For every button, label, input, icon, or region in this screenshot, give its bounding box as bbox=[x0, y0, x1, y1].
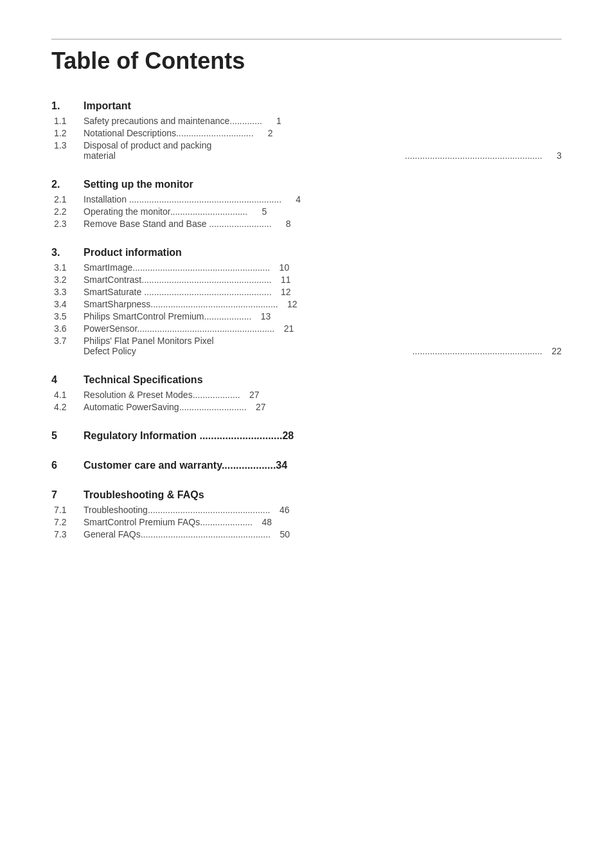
section-header: 4Technical Specifications bbox=[51, 374, 562, 386]
entry-number: 4.1 bbox=[51, 390, 84, 400]
entry-page: 3 bbox=[542, 150, 562, 161]
entry-text: PowerSensor.............................… bbox=[84, 323, 274, 334]
toc-entry: 7.2SmartControl Premium FAQs............… bbox=[51, 517, 562, 527]
toc-section: 6Customer care and warranty.............… bbox=[51, 460, 562, 471]
page: Table of Contents 1.Important1.1Safety p… bbox=[0, 0, 613, 868]
entry-text-2: Defect Policy bbox=[84, 346, 413, 356]
entry-number: 2.1 bbox=[51, 194, 84, 204]
toc-entry: 3.6PowerSensor..........................… bbox=[51, 323, 562, 334]
entry-text: SmartSaturate ..........................… bbox=[84, 287, 272, 297]
entry-text: SmartImage..............................… bbox=[84, 262, 270, 273]
section-header: 5Regulatory Information ................… bbox=[51, 430, 562, 442]
entry-page: 48 bbox=[253, 517, 272, 527]
section-header: 7Troubleshooting & FAQs bbox=[51, 489, 562, 501]
entry-text: Troubleshooting.........................… bbox=[84, 505, 270, 515]
toc-entry: 3.2SmartContrast........................… bbox=[51, 275, 562, 285]
entry-number: 7.1 bbox=[51, 505, 84, 515]
entry-text: Remove Base Stand and Base .............… bbox=[84, 219, 272, 229]
section-title: Troubleshooting & FAQs bbox=[84, 489, 204, 501]
entry-number: 1.1 bbox=[51, 116, 84, 126]
toc-entry: 3.5Philips SmartControl Premium.........… bbox=[51, 311, 562, 321]
entry-text: Operating the monitor...................… bbox=[84, 206, 247, 217]
entry-text: SmartControl Premium FAQs...............… bbox=[84, 517, 253, 527]
section-header: 3.Product information bbox=[51, 247, 562, 258]
toc-container: 1.Important1.1Safety precautions and mai… bbox=[51, 100, 562, 539]
entry-text: Installation ...........................… bbox=[84, 194, 281, 204]
entry-page: 8 bbox=[272, 219, 291, 229]
entry-number: 3.2 bbox=[51, 275, 84, 285]
entry-number: 3.1 bbox=[51, 262, 84, 273]
entry-page: 46 bbox=[270, 505, 289, 515]
entry-page: 2 bbox=[254, 128, 273, 138]
toc-entry: 7.1Troubleshooting......................… bbox=[51, 505, 562, 515]
toc-entry: 2.2Operating the monitor................… bbox=[51, 206, 562, 217]
entry-page: 12 bbox=[272, 287, 291, 297]
section-title: Regulatory Information .................… bbox=[84, 430, 562, 442]
title-section: Table of Contents bbox=[51, 39, 562, 75]
toc-entry: 3.1SmartImage...........................… bbox=[51, 262, 562, 273]
entry-number: 7.3 bbox=[51, 529, 84, 539]
entry-text-2: material bbox=[84, 150, 405, 161]
section-number: 4 bbox=[51, 374, 84, 386]
entry-page: 5 bbox=[247, 206, 267, 217]
entry-number: 3.5 bbox=[51, 311, 84, 321]
section-number: 7 bbox=[51, 489, 84, 501]
toc-section: 5Regulatory Information ................… bbox=[51, 430, 562, 442]
entry-page: 27 bbox=[240, 390, 260, 400]
toc-section: 1.Important1.1Safety precautions and mai… bbox=[51, 100, 562, 161]
toc-section: 4Technical Specifications4.1Resolution &… bbox=[51, 374, 562, 412]
toc-section: 7Troubleshooting & FAQs7.1Troubleshootin… bbox=[51, 489, 562, 539]
toc-entry: 4.2Automatic PowerSaving................… bbox=[51, 402, 562, 412]
entry-page: 12 bbox=[278, 299, 298, 309]
toc-entry: 4.1Resolution & Preset Modes............… bbox=[51, 390, 562, 400]
entry-text: General FAQs............................… bbox=[84, 529, 271, 539]
entry-text: Safety precautions and maintenance......… bbox=[84, 116, 262, 126]
entry-page: 11 bbox=[272, 275, 291, 285]
toc-entry: 3.4SmartSharpness.......................… bbox=[51, 299, 562, 309]
section-number: 5 bbox=[51, 430, 84, 442]
entry-text: SmartSharpness..........................… bbox=[84, 299, 278, 309]
section-header: 6Customer care and warranty.............… bbox=[51, 460, 562, 471]
section-title: Customer care and warranty..............… bbox=[84, 460, 562, 471]
entry-number: 3.3 bbox=[51, 287, 84, 297]
toc-entry: 2.1Installation ........................… bbox=[51, 194, 562, 204]
entry-page: 1 bbox=[262, 116, 281, 126]
entry-page: 50 bbox=[271, 529, 290, 539]
entry-number: 2.3 bbox=[51, 219, 84, 229]
entry-number: 3.7 bbox=[51, 336, 84, 346]
entry-text: Disposal of product and packing bbox=[84, 140, 562, 150]
section-title: Technical Specifications bbox=[84, 374, 203, 386]
entry-number: 3.4 bbox=[51, 299, 84, 309]
toc-entry: 2.3Remove Base Stand and Base ..........… bbox=[51, 219, 562, 229]
entry-page: 22 bbox=[542, 346, 562, 356]
toc-entry: 1.2Notational Descriptions..............… bbox=[51, 128, 562, 138]
entry-dots: ........................................… bbox=[405, 150, 542, 161]
section-title: Important bbox=[84, 100, 131, 112]
toc-entry: 3.3SmartSaturate .......................… bbox=[51, 287, 562, 297]
section-number: 2. bbox=[51, 179, 84, 190]
toc-section: 3.Product information3.1SmartImage......… bbox=[51, 247, 562, 356]
entry-text: Philips SmartControl Premium............… bbox=[84, 311, 251, 321]
entry-text: Philips' Flat Panel Monitors Pixel bbox=[84, 336, 562, 346]
entry-number: 1.3 bbox=[51, 140, 84, 150]
section-number: 1. bbox=[51, 100, 84, 112]
entry-number: 1.2 bbox=[51, 128, 84, 138]
entry-text: Automatic PowerSaving...................… bbox=[84, 402, 247, 412]
entry-number: 3.6 bbox=[51, 323, 84, 334]
section-header: 1.Important bbox=[51, 100, 562, 112]
section-header: 2.Setting up the monitor bbox=[51, 179, 562, 190]
entry-text: SmartContrast...........................… bbox=[84, 275, 272, 285]
page-title: Table of Contents bbox=[51, 48, 562, 75]
toc-section: 2.Setting up the monitor2.1Installation … bbox=[51, 179, 562, 229]
toc-entry-multiline: 1.3Disposal of product and packingmateri… bbox=[51, 140, 562, 161]
entry-number: 2.2 bbox=[51, 206, 84, 217]
entry-page: 21 bbox=[274, 323, 294, 334]
section-title: Product information bbox=[84, 247, 182, 258]
entry-text: Notational Descriptions.................… bbox=[84, 128, 254, 138]
entry-number: 7.2 bbox=[51, 517, 84, 527]
entry-page: 13 bbox=[251, 311, 271, 321]
section-number: 6 bbox=[51, 460, 84, 471]
entry-page: 27 bbox=[247, 402, 266, 412]
toc-entry-multiline: 3.7Philips' Flat Panel Monitors PixelDef… bbox=[51, 336, 562, 356]
entry-page: 4 bbox=[281, 194, 301, 204]
